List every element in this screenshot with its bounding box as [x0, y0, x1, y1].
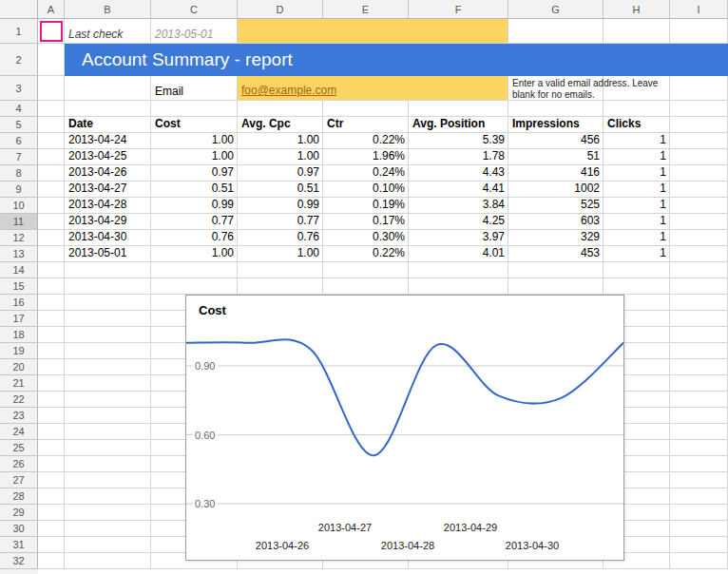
row-header-24[interactable]: 24: [0, 424, 38, 440]
row-header-11[interactable]: 11: [0, 214, 38, 230]
table-cell[interactable]: 0.51: [238, 182, 323, 198]
table-header-ctr[interactable]: Ctr: [323, 117, 409, 133]
table-cell[interactable]: 0.22%: [323, 246, 409, 262]
row-header-20[interactable]: 20: [0, 359, 38, 375]
table-cell[interactable]: 2013-04-25: [65, 149, 151, 165]
table-cell[interactable]: 603: [508, 214, 603, 230]
table-cell[interactable]: 1.00: [238, 246, 323, 262]
table-cell[interactable]: 0.76: [238, 230, 323, 246]
table-cell[interactable]: 416: [508, 165, 603, 182]
table-cell[interactable]: 1: [603, 133, 670, 149]
table-cell[interactable]: 1.96%: [323, 149, 409, 165]
table-cell[interactable]: 3.97: [409, 230, 508, 246]
table-cell[interactable]: 0.76: [151, 230, 238, 246]
row-header-6[interactable]: 6: [0, 133, 38, 149]
table-cell[interactable]: 2013-04-30: [65, 230, 151, 246]
row-header-26[interactable]: 26: [0, 456, 38, 472]
table-cell[interactable]: 0.17%: [323, 214, 409, 230]
table-cell[interactable]: 0.24%: [323, 165, 409, 182]
row-header-12[interactable]: 12: [0, 230, 38, 246]
table-cell[interactable]: 1.00: [151, 149, 238, 165]
table-cell[interactable]: 1.00: [238, 149, 323, 165]
table-cell[interactable]: 1.78: [409, 149, 508, 165]
row-header-5[interactable]: 5: [0, 117, 38, 133]
table-cell[interactable]: 1002: [508, 182, 603, 198]
row-header-13[interactable]: 13: [0, 246, 38, 262]
table-cell[interactable]: 1.00: [151, 246, 238, 262]
table-cell[interactable]: 1: [603, 198, 670, 214]
table-cell[interactable]: 4.41: [409, 182, 508, 198]
row-header-21[interactable]: 21: [0, 375, 38, 392]
row-header-17[interactable]: 17: [0, 311, 38, 327]
table-header-cost[interactable]: Cost: [151, 117, 238, 133]
table-header-clicks[interactable]: Clicks: [603, 117, 670, 133]
column-header-I[interactable]: I: [670, 0, 728, 19]
column-header-A[interactable]: A: [38, 0, 65, 19]
table-cell[interactable]: 4.01: [409, 246, 508, 262]
row-header-23[interactable]: 23: [0, 408, 38, 424]
row-header-4[interactable]: 4: [0, 101, 38, 117]
table-cell[interactable]: 0.99: [238, 198, 323, 214]
row-header-32[interactable]: 32: [0, 553, 38, 569]
table-cell[interactable]: 1: [603, 214, 670, 230]
table-cell[interactable]: 525: [508, 198, 603, 214]
row-header-2[interactable]: 2: [0, 44, 38, 76]
table-cell[interactable]: 1: [603, 230, 670, 246]
row-header-7[interactable]: 7: [0, 149, 38, 165]
row-header-19[interactable]: 19: [0, 343, 38, 359]
table-cell[interactable]: 0.22%: [323, 133, 409, 149]
row-header-22[interactable]: 22: [0, 392, 38, 408]
column-header-H[interactable]: H: [603, 0, 670, 19]
row-header-9[interactable]: 9: [0, 182, 38, 198]
table-cell[interactable]: 0.77: [238, 214, 323, 230]
table-cell[interactable]: 0.19%: [323, 198, 409, 214]
select-all-corner[interactable]: [0, 0, 38, 19]
table-cell[interactable]: 456: [508, 133, 603, 149]
table-cell[interactable]: 453: [508, 246, 603, 262]
table-cell[interactable]: 2013-04-29: [65, 214, 151, 230]
table-cell[interactable]: 0.10%: [323, 182, 409, 198]
table-cell[interactable]: 1: [603, 246, 670, 262]
column-header-F[interactable]: F: [409, 0, 508, 19]
table-header-avg-position[interactable]: Avg. Position: [409, 117, 508, 133]
row-header-28[interactable]: 28: [0, 488, 38, 505]
table-cell[interactable]: 1: [603, 182, 670, 198]
email-input-cell[interactable]: foo@example.com: [238, 76, 508, 101]
row-header-8[interactable]: 8: [0, 165, 38, 182]
table-cell[interactable]: 2013-04-26: [65, 165, 151, 182]
cell-email-label[interactable]: Email: [151, 76, 238, 101]
table-cell[interactable]: 329: [508, 230, 603, 246]
row-header-31[interactable]: 31: [0, 537, 38, 553]
table-cell[interactable]: 0.51: [151, 182, 238, 198]
row-header-16[interactable]: 16: [0, 295, 38, 311]
table-cell[interactable]: 0.97: [238, 165, 323, 182]
column-header-G[interactable]: G: [508, 0, 603, 19]
table-cell[interactable]: 51: [508, 149, 603, 165]
table-cell[interactable]: 4.43: [409, 165, 508, 182]
cost-chart[interactable]: Cost 0.900.600.30 2013-04-262013-04-2720…: [185, 295, 624, 561]
table-header-avg-cpc[interactable]: Avg. Cpc: [238, 117, 323, 133]
email-link[interactable]: foo@example.com: [241, 84, 336, 97]
table-cell[interactable]: 2013-04-28: [65, 198, 151, 214]
row-header-1[interactable]: 1: [0, 19, 38, 44]
table-cell[interactable]: 2013-05-01: [65, 246, 151, 262]
table-cell[interactable]: 4.25: [409, 214, 508, 230]
table-cell[interactable]: 0.97: [151, 165, 238, 182]
column-header-E[interactable]: E: [323, 0, 409, 19]
yellow-input-cell-row1[interactable]: [238, 19, 508, 44]
row-header-30[interactable]: 30: [0, 521, 38, 537]
column-header-C[interactable]: C: [151, 0, 238, 19]
row-header-15[interactable]: 15: [0, 278, 38, 295]
table-cell[interactable]: 2013-04-27: [65, 182, 151, 198]
row-header-10[interactable]: 10: [0, 198, 38, 214]
table-cell[interactable]: 5.39: [409, 133, 508, 149]
table-cell[interactable]: 1.00: [151, 133, 238, 149]
table-cell[interactable]: 0.77: [151, 214, 238, 230]
report-title-banner[interactable]: Account Summary - report: [65, 44, 728, 76]
table-cell[interactable]: 1.00: [238, 133, 323, 149]
table-header-impressions[interactable]: Impressions: [508, 117, 603, 133]
table-cell[interactable]: 1: [603, 149, 670, 165]
row-header-25[interactable]: 25: [0, 440, 38, 456]
column-header-B[interactable]: B: [65, 0, 151, 19]
row-header-27[interactable]: 27: [0, 472, 38, 488]
